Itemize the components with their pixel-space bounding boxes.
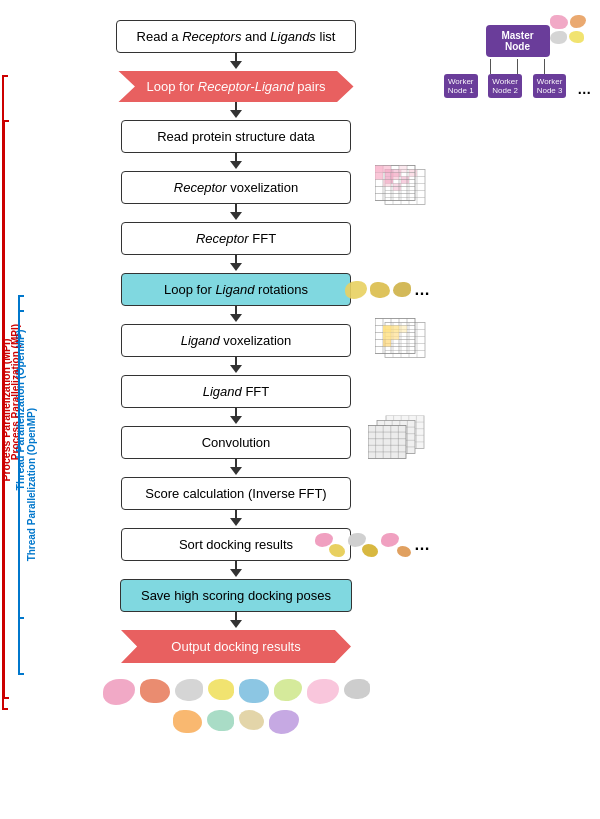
box-receptor-voxel: Receptor voxelization	[121, 171, 351, 204]
box-loop-ligand: Loop for Ligand rotations	[121, 273, 351, 306]
box-loop-receptor-ligand: Loop for Receptor-Ligand pairs	[118, 71, 353, 102]
svg-rect-28	[383, 179, 391, 186]
svg-rect-12	[401, 176, 409, 183]
receptor-voxel-row: Receptor voxelization	[42, 171, 430, 204]
convolution-row: Convolution	[42, 426, 430, 459]
ligand-voxel-row: Ligand voxelization	[42, 324, 430, 357]
arrow-7	[230, 357, 242, 375]
arrow-9	[230, 459, 242, 477]
box-output-docking: Output docking results	[121, 630, 351, 663]
arrow-8	[230, 408, 242, 426]
arrow-2	[230, 102, 242, 120]
arrow-3	[230, 153, 242, 171]
ligand-voxel-grid	[375, 314, 430, 367]
svg-rect-27	[391, 172, 399, 179]
svg-rect-51	[391, 332, 399, 339]
arrow-6	[230, 306, 242, 324]
svg-rect-50	[391, 325, 399, 332]
svg-rect-49	[383, 332, 391, 339]
arrow-12	[230, 612, 242, 630]
svg-rect-25	[375, 172, 383, 179]
svg-rect-24	[375, 165, 383, 172]
box-read-receptors: Read a Receptors and Ligands list	[116, 20, 357, 53]
arrow-11	[230, 561, 242, 579]
arrow-10	[230, 510, 242, 528]
box-score-calc: Score calculation (Inverse FFT)	[121, 477, 351, 510]
convolution-grid	[368, 415, 430, 470]
svg-rect-13	[393, 183, 401, 190]
main-container: Process Parallelization (MPI) Thread Par…	[0, 0, 600, 819]
svg-rect-26	[383, 165, 391, 172]
box-read-protein: Read protein structure data	[121, 120, 351, 153]
arrow-1	[230, 53, 242, 71]
ligand-proteins: …	[345, 281, 430, 299]
node-diagram: MasterNode WorkerNode 1 WorkerNode 2	[440, 25, 595, 98]
receptor-voxel-grid	[375, 161, 430, 214]
box-save-docking: Save high scoring docking poses	[120, 579, 352, 612]
arrow-5	[230, 255, 242, 273]
sort-docking-row: Sort docking results …	[42, 528, 430, 561]
svg-rect-29	[399, 165, 407, 172]
box-ligand-voxel: Ligand voxelization	[121, 324, 351, 357]
box-ligand-fft: Ligand FFT	[121, 375, 351, 408]
box-receptor-fft: Receptor FFT	[121, 222, 351, 255]
svg-rect-52	[383, 339, 391, 346]
process-label: Process Parallelization (MPI)	[0, 338, 12, 481]
left-labels: Process Parallelization (MPI) Thread Par…	[0, 0, 40, 819]
loop-ligand-row: Loop for Ligand rotations …	[42, 273, 430, 306]
svg-rect-48	[383, 325, 391, 332]
bottom-proteins	[76, 667, 396, 746]
svg-rect-72	[368, 425, 406, 458]
svg-rect-14	[409, 169, 417, 176]
thread-label: Thread Parallelization (OpenMP)	[14, 329, 26, 490]
flow-diagram: MasterNode WorkerNode 1 WorkerNode 2	[0, 10, 600, 809]
box-convolution: Convolution	[121, 426, 351, 459]
arrow-4	[230, 204, 242, 222]
sort-proteins: …	[315, 533, 430, 557]
svg-rect-53	[399, 325, 407, 332]
